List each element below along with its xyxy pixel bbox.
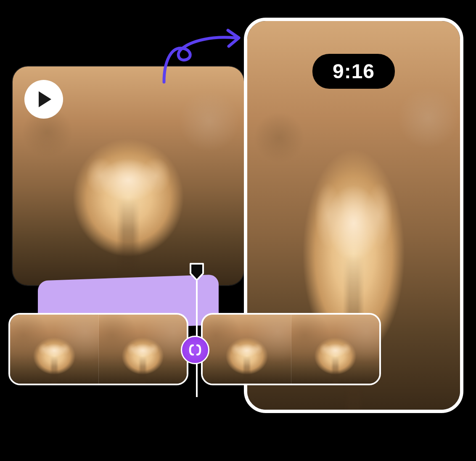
split-clip-button[interactable] [181,336,209,364]
timeline-playhead[interactable] [188,262,205,397]
aspect-ratio-badge: 9:16 [312,54,395,89]
clip-frame [10,315,98,384]
playhead-icon [189,262,204,281]
clip-frame [291,315,379,384]
play-button[interactable] [24,80,63,119]
clip-frame [98,315,187,384]
play-icon [37,90,53,108]
clip-group[interactable] [201,313,381,385]
curly-arrow-right-icon [156,25,244,84]
split-clip-icon [188,344,202,356]
clip-frame [203,315,291,384]
clip-group[interactable] [8,313,188,385]
